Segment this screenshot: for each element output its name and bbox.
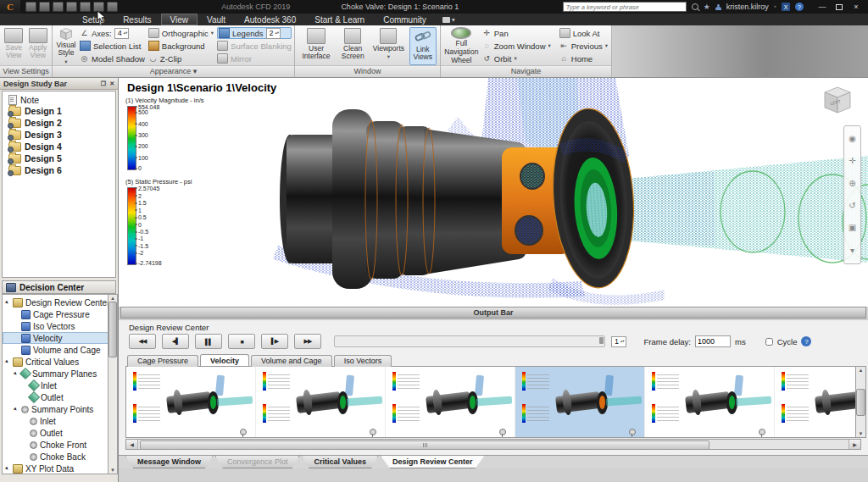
clean-screen-button[interactable]: Clean Screen [337, 27, 368, 65]
menu-community[interactable]: Community [374, 14, 436, 25]
pushpin-icon[interactable] [370, 429, 376, 435]
user-dropdown-icon[interactable]: ▾ [774, 3, 776, 10]
legends-control[interactable]: Legends 2▴▾ [217, 27, 292, 39]
tab-convergence-plot[interactable]: Convergence Plot [215, 456, 300, 468]
pushpin-icon[interactable] [629, 429, 636, 435]
step-forward-button[interactable]: ▌▶ [261, 334, 288, 349]
tree-item-iso-vectors[interactable]: Iso Vectors [3, 320, 115, 332]
tab-design-review-center[interactable]: Design Review Center [381, 456, 485, 468]
tree-item-design-1[interactable]: Design 1 [3, 105, 115, 117]
scroll-up-icon[interactable]: ▲ [859, 368, 864, 373]
axes-control[interactable]: ∠ Axes: 4▴▾ [80, 27, 145, 39]
scrollbar-thumb[interactable] [140, 440, 709, 450]
thumbnail-vertical-scrollbar[interactable]: ▲ ▼ [855, 366, 866, 438]
pushpin-icon[interactable] [499, 429, 506, 435]
orbit-button[interactable]: ↺ Orbit ▾ [482, 53, 551, 64]
link-views-button[interactable]: Link Views [409, 27, 437, 65]
cycle-checkbox[interactable] [765, 338, 773, 346]
save-file-icon[interactable] [53, 2, 64, 12]
exchange-apps-icon[interactable]: X [782, 3, 790, 11]
expand-icon[interactable]: ▸ [3, 357, 12, 367]
panel-float-icon[interactable]: ❐ [101, 80, 106, 87]
stop-button[interactable]: ■ [228, 334, 255, 349]
visual-style-button[interactable]: Visual Style ▾ [56, 27, 76, 65]
tree-item-planes-outlet[interactable]: Outlet [3, 391, 115, 403]
tree-item-note[interactable]: Note [3, 94, 115, 105]
pan-button[interactable]: ✛ Pan [482, 27, 551, 39]
user-account-icon[interactable] [715, 4, 721, 10]
design-thumbnail-1[interactable] [126, 367, 256, 437]
surface-blanking-button[interactable]: Surface Blanking [217, 40, 292, 52]
step-back-button[interactable]: ◀▌ [162, 334, 189, 349]
frame-slider[interactable] [334, 335, 605, 347]
tree-item-planes-inlet[interactable]: Inlet [3, 380, 115, 391]
orthographic-dropdown-icon[interactable]: ▾ [211, 30, 214, 36]
zoom-window-button[interactable]: ◌ Zoom Window ▾ [482, 40, 551, 52]
user-interface-button[interactable]: User Interface [298, 27, 334, 65]
help-icon[interactable]: ? [795, 3, 804, 11]
tree-item-cage-pressure[interactable]: Cage Pressure [3, 308, 115, 320]
menu-vault[interactable]: Vault [198, 14, 235, 25]
tree-item-critical-values[interactable]: ▸ Critical Values [3, 356, 115, 368]
frame-spinner[interactable]: 1▴▾ [611, 336, 626, 347]
tree-item-summary-planes[interactable]: ▸ Summary Planes [3, 368, 115, 380]
scroll-right-icon[interactable]: ▶ [849, 440, 860, 449]
tree-item-design-6[interactable]: Design 6 [3, 164, 115, 176]
graphics-viewport[interactable]: Design 1\Scenario 1\Velocity (1) Velocit… [119, 78, 868, 307]
pause-button[interactable]: ▌▌ [195, 334, 222, 349]
close-button[interactable]: × [848, 1, 865, 13]
scrollbar-thumb[interactable] [856, 389, 865, 416]
menu-results[interactable]: Results [114, 14, 160, 25]
tree-item-points-outlet[interactable]: Outlet [3, 427, 115, 439]
decision-tree-scrollbar[interactable]: ▲ ▼ [108, 294, 118, 474]
frame-delay-input[interactable] [695, 335, 731, 347]
apply-view-button[interactable]: Apply View [28, 27, 49, 65]
app-logo-icon[interactable]: C [0, 0, 20, 14]
background-button[interactable]: Background [148, 40, 214, 52]
tree-item-design-5[interactable]: Design 5 [3, 152, 115, 164]
user-name[interactable]: kristen.kilroy [726, 3, 769, 11]
tree-item-points-inlet[interactable]: Inlet [3, 415, 115, 427]
scrollbar-thumb[interactable] [108, 302, 117, 357]
tree-item-xy-plot-data[interactable]: ▸ XY Plot Data [3, 463, 115, 474]
nav-orbit-icon[interactable]: ↺ [849, 202, 855, 210]
tab-cage-pressure[interactable]: Cage Pressure [127, 355, 198, 367]
look-at-button[interactable]: Look At [559, 27, 608, 39]
mirror-button[interactable]: Mirror [217, 53, 292, 64]
slider-thumb[interactable] [599, 337, 604, 344]
menu-setup[interactable]: Setup [73, 14, 114, 25]
panel-close-icon[interactable]: ✕ [109, 80, 114, 87]
menu-view[interactable]: View [161, 14, 198, 25]
tree-item-design-2[interactable]: Design 2 [3, 117, 115, 129]
nav-zoom-icon[interactable]: ⊕ [849, 180, 855, 188]
expand-icon[interactable]: ▸ [3, 298, 12, 307]
menu-extra-icon[interactable]: ▾ [436, 14, 462, 25]
selection-list-button[interactable]: Selection List [80, 40, 145, 52]
orbit-dropdown-icon[interactable]: ▾ [514, 55, 516, 62]
skip-to-end-button[interactable]: ▶▶ [294, 334, 321, 349]
tree-item-design-4[interactable]: Design 4 [3, 141, 115, 152]
tree-item-choke-front[interactable]: Choke Front [3, 439, 115, 451]
tab-message-window[interactable]: Message Window [125, 456, 213, 468]
output-bar-header[interactable]: Output Bar [120, 307, 866, 319]
tree-item-design-3[interactable]: Design 3 [3, 129, 115, 141]
tab-velocity[interactable]: Velocity [200, 354, 249, 366]
qat-dropdown-icon[interactable] [107, 2, 118, 12]
skip-to-start-button[interactable]: ◀◀ [129, 334, 156, 349]
pushpin-icon[interactable] [759, 429, 765, 435]
zoom-dropdown-icon[interactable]: ▾ [548, 42, 551, 49]
design-thumbnail-3[interactable] [386, 367, 515, 437]
nav-lookat-icon[interactable]: ▣ [849, 224, 856, 232]
decision-center-header[interactable]: Decision Center [2, 280, 116, 294]
design-thumbnail-2[interactable] [256, 367, 386, 437]
scroll-down-icon[interactable]: ▼ [110, 468, 115, 473]
tree-item-design-review-center[interactable]: ▸ Design Review Center [3, 296, 115, 308]
tree-item-summary-points[interactable]: ▸ Summary Points [3, 403, 115, 415]
tree-item-velocity[interactable]: Velocity [3, 332, 115, 344]
legends-spinner[interactable]: 2▴▾ [266, 28, 281, 39]
model-shadow-button[interactable]: ◎ Model Shadow [80, 53, 145, 64]
orthographic-button[interactable]: Orthographic ▾ [148, 27, 214, 39]
previous-dropdown-icon[interactable]: ▾ [605, 42, 608, 49]
home-button[interactable]: ⌂ Home [559, 53, 608, 64]
scroll-up-icon[interactable]: ▲ [110, 296, 115, 301]
